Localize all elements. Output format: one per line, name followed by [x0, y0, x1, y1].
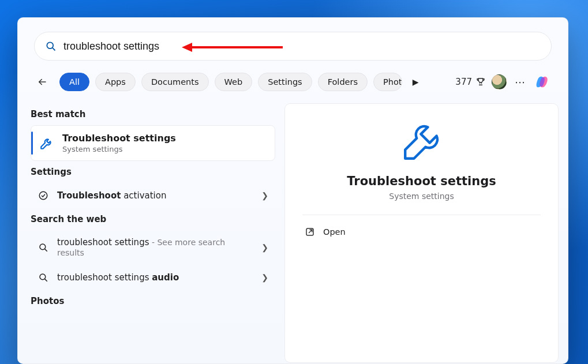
search-web-heading: Search the web — [31, 214, 275, 224]
preview-title: Troubleshoot settings — [347, 174, 496, 188]
preview-subtitle: System settings — [389, 192, 454, 201]
copilot-icon — [535, 74, 551, 90]
chevron-right-icon: ❯ — [261, 273, 268, 282]
rewards-points[interactable]: 377 — [455, 77, 486, 87]
best-match-subtitle: System settings — [62, 145, 176, 153]
filter-settings[interactable]: Settings — [258, 73, 312, 91]
filter-folders[interactable]: Folders — [318, 73, 368, 91]
svg-point-8 — [40, 274, 46, 280]
svg-line-9 — [45, 279, 47, 282]
best-match-result[interactable]: Troubleshoot settings System settings — [31, 125, 275, 161]
best-match-heading: Best match — [31, 109, 275, 119]
web-result-label: troubleshoot settings - See more search … — [57, 237, 253, 258]
filter-apps[interactable]: Apps — [95, 73, 136, 91]
filter-photos[interactable]: Photos — [373, 73, 402, 91]
search-bar[interactable] — [34, 32, 552, 61]
filter-web[interactable]: Web — [215, 73, 253, 91]
svg-point-0 — [47, 42, 53, 48]
svg-line-7 — [45, 249, 47, 252]
open-action[interactable]: Open — [302, 215, 541, 242]
open-label: Open — [323, 227, 346, 237]
web-result-audio[interactable]: troubleshoot settings audio ❯ — [31, 265, 275, 290]
rewards-points-value: 377 — [455, 77, 472, 87]
svg-line-1 — [53, 48, 55, 51]
chevron-right-icon: ❯ — [261, 191, 268, 200]
back-button[interactable] — [34, 74, 50, 90]
search-icon — [45, 40, 57, 52]
copilot-button[interactable] — [534, 73, 552, 91]
settings-heading: Settings — [31, 167, 275, 177]
filter-all[interactable]: All — [59, 73, 89, 91]
trophy-icon — [475, 77, 486, 87]
preview-pane: Troubleshoot settings System settings Op… — [284, 103, 559, 363]
search-icon — [38, 272, 49, 283]
account-avatar[interactable] — [492, 74, 507, 89]
filter-bar: All Apps Documents Web Settings Folders … — [34, 71, 552, 93]
search-icon — [38, 242, 49, 253]
settings-result-label: Troubleshoot activation — [57, 190, 253, 201]
web-result-label: troubleshoot settings audio — [57, 272, 253, 283]
photos-heading: Photos — [31, 296, 275, 306]
svg-point-6 — [40, 244, 46, 250]
search-panel: All Apps Documents Web Settings Folders … — [17, 17, 568, 364]
wrench-icon-large — [399, 119, 445, 165]
results-column: Best match Troubleshoot settings System … — [27, 103, 275, 363]
svg-point-5 — [39, 192, 47, 200]
check-circle-icon — [38, 190, 49, 201]
best-match-title: Troubleshoot settings — [62, 133, 176, 144]
search-input[interactable] — [62, 40, 541, 53]
open-icon — [305, 227, 315, 237]
web-result-see-more[interactable]: troubleshoot settings - See more search … — [31, 230, 275, 265]
filters-scroll-right[interactable]: ▶ — [408, 77, 423, 87]
chevron-right-icon: ❯ — [261, 243, 268, 252]
wrench-icon — [39, 136, 54, 151]
more-menu[interactable]: ⋯ — [512, 76, 529, 88]
desktop-wallpaper: All Apps Documents Web Settings Folders … — [0, 0, 588, 364]
settings-result-troubleshoot-activation[interactable]: Troubleshoot activation ❯ — [31, 183, 275, 208]
filter-documents[interactable]: Documents — [141, 73, 209, 91]
